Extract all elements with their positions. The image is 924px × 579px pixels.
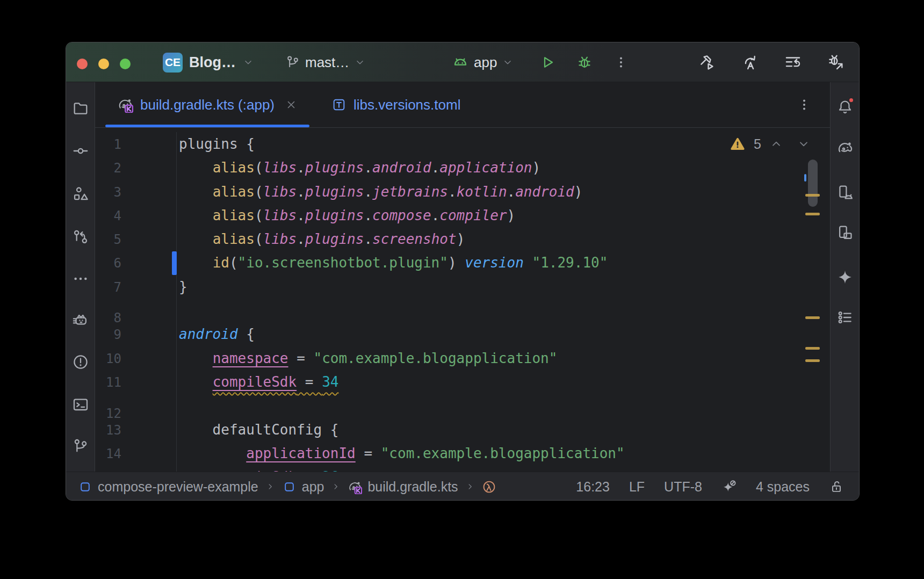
breadcrumb-item[interactable]: app (282, 479, 324, 495)
line-number[interactable]: 3 (95, 180, 121, 204)
breadcrumb-label: build.gradle.kts (367, 479, 458, 495)
problems-icon (72, 353, 89, 371)
next-problem-button[interactable] (797, 137, 811, 151)
debug-attach-button[interactable] (827, 53, 845, 71)
error-stripe-warning-mark[interactable] (805, 359, 820, 362)
line-number[interactable]: 9 (95, 323, 121, 346)
run-button[interactable] (539, 54, 557, 71)
code-viewport[interactable]: 1plugins {2 alias(libs.plugins.android.a… (95, 128, 830, 472)
line-number[interactable]: 5 (95, 228, 121, 251)
code-text[interactable]: } (176, 275, 830, 299)
close-window-button[interactable] (77, 59, 88, 69)
run-configuration-selector[interactable]: app (452, 54, 514, 71)
tool-window-button-notifications[interactable] (832, 94, 858, 120)
scrollbar-thumb[interactable] (808, 160, 818, 207)
tool-window-button-terminal[interactable] (68, 392, 93, 417)
chevron-right-icon (265, 482, 275, 491)
error-stripe-warning-mark[interactable] (805, 213, 820, 215)
line-number[interactable]: 1 (95, 133, 121, 156)
status-item-ai-off[interactable] (721, 479, 737, 494)
error-stripe-warning-mark[interactable] (805, 316, 820, 319)
tool-window-button-todo[interactable] (832, 305, 858, 330)
build-run-tests-button[interactable] (698, 53, 716, 71)
close-tab-icon[interactable] (285, 98, 298, 111)
tool-window-button-commit[interactable] (68, 138, 93, 164)
code-text[interactable]: alias(libs.plugins.compose.compiler) (176, 204, 830, 227)
error-stripe-warning-mark[interactable] (805, 194, 820, 197)
line-number[interactable]: 10 (95, 347, 121, 371)
code-text[interactable]: minSdk = 26 (176, 465, 830, 472)
breadcrumb-item[interactable]: compose-preview-example (78, 479, 258, 495)
code-text[interactable]: android { (176, 322, 830, 346)
error-stripe-warning-mark[interactable] (805, 347, 820, 350)
code-text[interactable]: compileSdk = 34 (176, 370, 830, 394)
project-widget[interactable]: CE Blog… (163, 42, 254, 82)
tool-window-button-gemini[interactable] (832, 264, 858, 290)
minimize-window-button[interactable] (98, 59, 109, 69)
lines-return-icon (784, 53, 802, 71)
status-item-lock-open[interactable] (829, 479, 844, 494)
line-number[interactable]: 13 (95, 418, 121, 442)
tool-window-button-running-devices[interactable] (832, 220, 858, 245)
code-line: 8 (95, 299, 830, 322)
line-number[interactable]: 4 (95, 204, 121, 228)
active-tab-underline (105, 125, 309, 127)
code-text[interactable]: alias(libs.plugins.android.application) (176, 156, 830, 179)
line-number[interactable]: 15 (95, 466, 121, 472)
code-text[interactable]: alias(libs.plugins.screenshot) (176, 227, 830, 251)
editor-area: build.gradle.kts (:app) libs.versions.to… (95, 82, 830, 472)
tool-window-button-structure[interactable] (68, 181, 93, 207)
status-item-utf-8[interactable]: UTF-8 (664, 479, 702, 495)
code-text[interactable]: defaultConfig { (176, 418, 830, 442)
line-number[interactable]: 7 (95, 276, 121, 299)
inspections-widget[interactable]: 5 (730, 133, 811, 155)
code-text[interactable] (176, 394, 830, 417)
tool-window-button-more-tools[interactable] (68, 266, 93, 292)
tool-window-button-device-manager[interactable] (832, 179, 858, 205)
tab-options-button[interactable] (797, 82, 812, 127)
close-x-icon (285, 98, 298, 111)
line-number[interactable]: 14 (95, 442, 121, 466)
tool-window-button-pull-requests[interactable] (68, 224, 93, 250)
project-name: Blog… (189, 54, 236, 71)
breadcrumb-item[interactable]: build.gradle.kts (348, 479, 458, 495)
tool-window-button-project-folder[interactable] (68, 95, 93, 121)
sync-translate-button[interactable] (741, 53, 759, 71)
status-item-lf[interactable]: LF (629, 479, 645, 495)
error-stripe-caret-mark[interactable] (804, 174, 806, 182)
tab-build-gradle-kts[interactable]: build.gradle.kts (:app) (105, 82, 309, 127)
previous-problem-button[interactable] (769, 137, 783, 151)
kebab-icon (797, 97, 812, 112)
code-text[interactable]: id("io.screenshotbot.plugin") version "1… (176, 251, 830, 274)
tab-libs-versions-toml[interactable]: libs.versions.toml (320, 82, 472, 127)
tool-window-button-problems[interactable] (68, 349, 93, 375)
code-text[interactable]: applicationId = "com.example.blogapplica… (176, 442, 830, 465)
status-item-4-spaces[interactable]: 4 spaces (756, 479, 810, 495)
code-line: 3 alias(libs.plugins.jetbrains.kotlin.an… (95, 180, 830, 204)
debug-button[interactable] (576, 54, 593, 71)
logcat-icon (72, 311, 89, 328)
status-item-16-23[interactable]: 16:23 (576, 479, 610, 495)
toml-file-icon (331, 97, 346, 112)
chevron-right-icon (331, 482, 341, 491)
code-text[interactable]: namespace = "com.example.blogapplication… (176, 346, 830, 370)
code-line: 1plugins { (95, 132, 830, 156)
zoom-window-button[interactable] (120, 59, 131, 69)
tool-window-button-git[interactable] (68, 433, 93, 459)
git-branch-icon (285, 55, 300, 70)
line-number[interactable]: 2 (95, 156, 121, 180)
line-number[interactable]: 6 (95, 251, 121, 275)
branch-widget[interactable]: mast… (285, 42, 366, 82)
editor-tab-bar: build.gradle.kts (:app) libs.versions.to… (95, 82, 830, 128)
chev-down-icon (797, 137, 811, 151)
more-run-actions-button[interactable] (613, 55, 629, 70)
code-line: 12 (95, 394, 830, 417)
code-text[interactable]: alias(libs.plugins.jetbrains.kotlin.andr… (176, 180, 830, 204)
breadcrumb-item[interactable] (482, 480, 496, 494)
tool-window-button-gradle[interactable] (832, 135, 858, 161)
line-number[interactable]: 11 (95, 371, 121, 394)
code-text[interactable] (176, 299, 830, 322)
notification-badge (848, 97, 855, 104)
tool-window-button-logcat[interactable] (68, 307, 93, 332)
profiler-button[interactable] (784, 53, 802, 71)
